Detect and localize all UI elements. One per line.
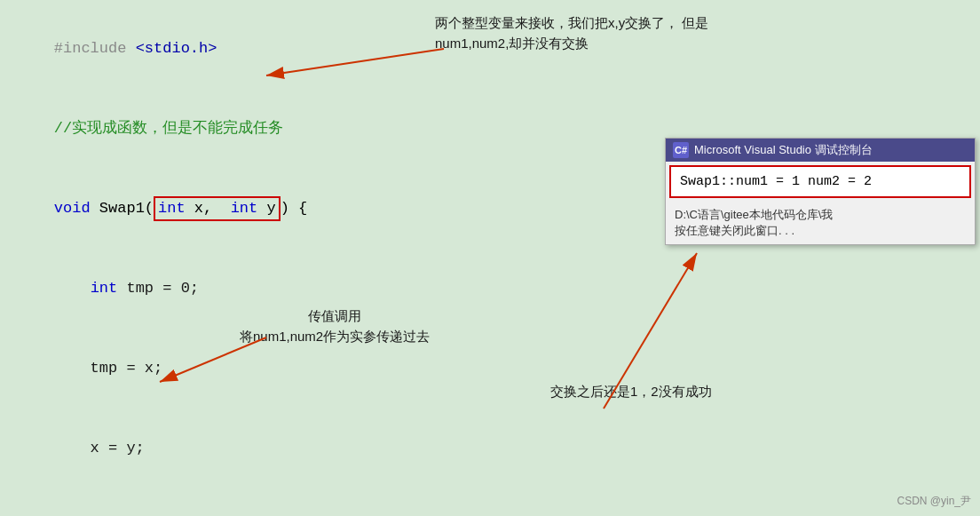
code-line-6: x = y;: [18, 409, 639, 488]
vs-footer-line2: 按任意键关闭此窗口. . .: [675, 223, 966, 239]
vs-icon: C#: [673, 142, 689, 158]
vs-popup-title: C# Microsoft Visual Studio 调试控制台: [666, 139, 975, 162]
annotation-mid-left: 传值调用将num1,num2作为实参传递过去: [240, 306, 430, 346]
vs-popup-footer: D:\C语言\gitee本地代码仓库\我 按任意键关闭此窗口. . .: [666, 202, 975, 244]
code-line-2: //实现成函数，但是不能完成任务: [18, 89, 639, 169]
vs-popup-content: Swap1::num1 = 1 num2 = 2: [669, 165, 971, 198]
vs-popup: C# Microsoft Visual Studio 调试控制台 Swap1::…: [665, 138, 976, 245]
vs-popup-output: Swap1::num1 = 1 num2 = 2: [680, 174, 872, 189]
code-line-3: void Swap1(int x, int y) {: [18, 169, 639, 249]
vs-footer-line1: D:\C语言\gitee本地代码仓库\我: [675, 207, 966, 223]
vs-popup-title-text: Microsoft Visual Studio 调试控制台: [694, 142, 873, 158]
watermark: CSDN @yin_尹: [897, 494, 971, 509]
code-line-7: y = tmp;: [18, 488, 639, 516]
watermark-text: CSDN @yin_尹: [897, 495, 971, 507]
annotation-top-right: 两个整型变量来接收，我们把x,y交换了， 但是num1,num2,却并没有交换: [435, 13, 763, 53]
annotation-bottom-right: 交换之后还是1，2没有成功: [550, 382, 712, 402]
code-editor: #include <stdio.h> //实现成函数，但是不能完成任务 void…: [0, 0, 648, 516]
